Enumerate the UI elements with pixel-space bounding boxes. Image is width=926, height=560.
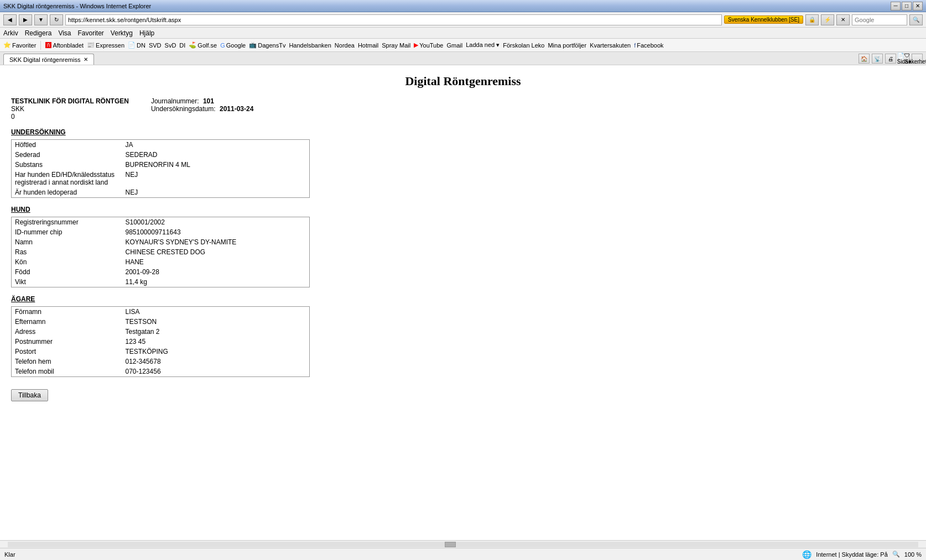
fav-hotmail[interactable]: Hotmail (358, 42, 378, 49)
fav-aftonbladet[interactable]: 🅰 Aftonbladet (45, 42, 84, 49)
title-bar-text: SKK Digital röntgenremiss - Windows Inte… (3, 3, 151, 9)
field-efternamn-value: TESTSON (122, 317, 310, 327)
hund-table: Registreringsnummer S10001/2002 ID-numme… (11, 217, 310, 287)
field-postort-label: Postort (12, 347, 122, 357)
table-row: Postort TESTKÖPING (12, 347, 310, 357)
fav-nordea[interactable]: Nordea (335, 42, 355, 49)
tab-close-icon[interactable]: ✕ (84, 56, 88, 62)
stop-button[interactable]: ✕ (836, 14, 850, 25)
active-tab[interactable]: SKK Digital röntgenremiss ✕ (3, 54, 94, 65)
field-ras-value: CHINESE CRESTED DOG (122, 247, 310, 257)
address-input[interactable] (65, 14, 722, 25)
rss-button[interactable]: ⚡ (821, 14, 834, 25)
fav-forskolan-leko[interactable]: Förskolan Leko (503, 42, 544, 49)
field-adress-label: Adress (12, 327, 122, 337)
safety-button[interactable]: 🛡 Säkerhet▾ (912, 54, 923, 64)
table-row: Substans BUPRENORFIN 4 ML (12, 160, 310, 170)
minimize-button[interactable]: ─ (891, 2, 901, 11)
field-regnr-label: Registreringsnummer (12, 217, 122, 228)
undersökning-table: Höftled JA Sederad SEDERAD Substans BUPR… (11, 139, 310, 198)
fav-expressen-icon: 📰 (87, 41, 95, 49)
hund-title: HUND (11, 206, 915, 213)
page-title: Digital Röntgenremiss (11, 74, 915, 88)
menu-hjalp[interactable]: Hjälp (139, 29, 154, 37)
table-row: Efternamn TESTSON (12, 317, 310, 327)
table-row: Förnamn LISA (12, 307, 310, 317)
table-row: Ras CHINESE CRESTED DOG (12, 247, 310, 257)
journal-row: Journalnummer: 101 (151, 97, 253, 105)
field-telefon-hem-label: Telefon hem (12, 357, 122, 367)
print-button[interactable]: 🖨 (885, 54, 896, 64)
close-button[interactable]: ✕ (913, 2, 923, 11)
field-adress-value: Testgatan 2 (122, 327, 310, 337)
clinic-info-row-1: TESTKLINIK FÖR DIGITAL RÖNTGEN SKK 0 Jou… (11, 97, 915, 121)
menu-visa[interactable]: Visa (58, 29, 71, 37)
field-namn-label: Namn (12, 237, 122, 247)
refresh-button[interactable]: ↻ (50, 14, 63, 25)
fav-gmail[interactable]: Gmail (446, 42, 462, 49)
field-sederad-value: SEDERAD (122, 150, 310, 160)
field-efternamn-label: Efternamn (12, 317, 122, 327)
fav-handelsbanken[interactable]: Handelsbanken (289, 42, 331, 49)
favorites-button[interactable]: ⭐ Favoriter (3, 41, 36, 49)
rss-feed-button[interactable]: 📡 (872, 54, 883, 64)
tab-toolbar-right: 🏠 📡 🖨 📄 Sida▾ 🛡 Säkerhet▾ (859, 54, 923, 65)
horizontal-scrollbar[interactable] (0, 540, 926, 547)
fav-facebook[interactable]: f Facebook (634, 42, 663, 49)
field-nordiskt-label: Har hunden ED/HD/knäledsstatus registrer… (12, 170, 122, 187)
fav-dn[interactable]: 📄 DN (128, 41, 145, 49)
field-postort-value: TESTKÖPING (122, 347, 310, 357)
table-row: Är hunden ledoperad NEJ (12, 187, 310, 198)
fav-ladda-ned[interactable]: Ladda ned ▾ (466, 41, 500, 49)
datum-row: Undersökningsdatum: 2011-03-24 (151, 105, 253, 113)
table-row: ID-nummer chip 985100009711643 (12, 227, 310, 237)
tab-bar: SKK Digital röntgenremiss ✕ 🏠 📡 🖨 📄 Sida… (0, 52, 926, 65)
address-right: Svenska Kennelklubben [SE] 🔒 ⚡ ✕ 🔍 (724, 14, 923, 25)
fav-svd1[interactable]: SVD (149, 42, 162, 49)
recent-pages-button[interactable]: ▼ (34, 14, 48, 25)
menu-verktyg[interactable]: Verktyg (111, 29, 133, 37)
field-postnummer-value: 123 45 (122, 337, 310, 347)
title-bar: SKK Digital röntgenremiss - Windows Inte… (0, 0, 926, 12)
fav-google[interactable]: G Google (220, 42, 246, 49)
field-kon-label: Kön (12, 257, 122, 267)
tillbaka-button[interactable]: Tillbaka (11, 389, 48, 401)
page-scroll-area[interactable]: Digital Röntgenremiss TESTKLINIK FÖR DIG… (0, 65, 926, 547)
fav-dagenstv[interactable]: 📺 DagensTv (249, 41, 285, 49)
fav-dn-icon: 📄 (128, 41, 136, 49)
datum-value: 2011-03-24 (220, 105, 253, 113)
field-substans-label: Substans (12, 160, 122, 170)
fav-youtube[interactable]: ▶ YouTube (414, 41, 443, 49)
clinic-sub2: 0 (11, 113, 129, 121)
field-hoftled-value: JA (122, 140, 310, 150)
menu-redigera[interactable]: Redigera (25, 29, 52, 37)
tab-label: SKK Digital röntgenremiss (9, 56, 80, 63)
home-button[interactable]: 🏠 (859, 54, 870, 64)
clinic-info: TESTKLINIK FÖR DIGITAL RÖNTGEN SKK 0 Jou… (11, 97, 915, 121)
fav-mina-portfoljer[interactable]: Mina portföljer (548, 42, 586, 49)
search-input[interactable] (852, 14, 907, 25)
forward-button[interactable]: ▶ (19, 14, 32, 25)
table-row: Registreringsnummer S10001/2002 (12, 217, 310, 228)
menu-bar: Arkiv Redigera Visa Favoriter Verktyg Hj… (0, 28, 926, 39)
address-bar: ◀ ▶ ▼ ↻ Svenska Kennelklubben [SE] 🔒 ⚡ ✕… (0, 12, 926, 28)
menu-arkiv[interactable]: Arkiv (3, 29, 18, 37)
page-content: Digital Röntgenremiss TESTKLINIK FÖR DIG… (0, 65, 926, 452)
fav-svd2[interactable]: SvD (165, 42, 176, 49)
maximize-button[interactable]: □ (902, 2, 912, 11)
field-hoftled-label: Höftled (12, 140, 122, 150)
security-icon[interactable]: 🔒 (805, 14, 819, 25)
fav-spraymail[interactable]: Spray Mail (382, 42, 410, 49)
kennelklubben-badge: Svenska Kennelklubben [SE] (724, 15, 803, 24)
search-button[interactable]: 🔍 (909, 14, 923, 25)
scroll-thumb[interactable] (445, 542, 456, 547)
fav-golf[interactable]: ⛳ Golf.se (189, 41, 217, 49)
fav-kvartersakuten[interactable]: Kvartersakuten (590, 42, 631, 49)
menu-favoriter[interactable]: Favoriter (78, 29, 104, 37)
undersökning-title: UNDERSÖKNING (11, 128, 915, 136)
fav-expressen[interactable]: 📰 Expressen (87, 41, 124, 49)
table-row: Adress Testgatan 2 (12, 327, 310, 337)
field-vikt-value: 11,4 kg (122, 277, 310, 287)
back-button[interactable]: ◀ (3, 14, 17, 25)
fav-di[interactable]: DI (179, 42, 185, 49)
